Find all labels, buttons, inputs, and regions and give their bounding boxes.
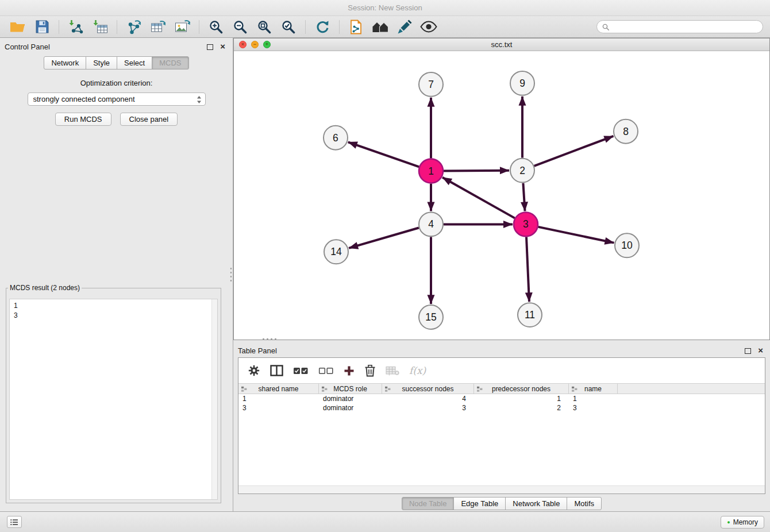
graph-node-9[interactable]: 9 (510, 71, 534, 95)
result-scrollbar[interactable] (211, 299, 217, 499)
graph-node-1[interactable]: 1 (419, 159, 443, 183)
horizontal-splitter-grip[interactable] (261, 337, 278, 341)
table-settings-button[interactable] (248, 364, 260, 377)
graph-edge-1-6[interactable] (348, 142, 419, 167)
memory-label: Memory (733, 518, 758, 526)
table-row[interactable]: 1dominator411 (238, 394, 765, 403)
column-header-filler (618, 384, 765, 394)
task-history-button[interactable] (7, 516, 22, 528)
import-network-button[interactable] (65, 18, 87, 36)
table-rows: 1dominator4113dominator323 (238, 394, 765, 413)
graph-node-8[interactable]: 8 (614, 119, 638, 144)
apply-layout-button[interactable] (311, 18, 333, 36)
show-hide-details-button[interactable] (418, 18, 440, 36)
tab-mcds[interactable]: MCDS (152, 56, 188, 70)
graph-edge-3-1[interactable] (442, 178, 515, 218)
search-input[interactable] (613, 22, 757, 32)
clone-network-button[interactable] (345, 18, 367, 36)
import-table-button[interactable] (89, 18, 111, 36)
graph-node-4[interactable]: 4 (419, 212, 443, 236)
toolbar-separator (59, 20, 59, 34)
zoom-in-button[interactable] (205, 18, 227, 36)
export-image-icon (174, 20, 190, 34)
table-tab-edge-table[interactable]: Edge Table (453, 497, 506, 510)
network-view-window: × − + scc.txt 7968124314101511 (233, 38, 770, 340)
table-tab-network-table[interactable]: Network Table (505, 497, 567, 510)
graph-node-7[interactable]: 7 (419, 72, 443, 97)
float-table-panel-icon[interactable] (745, 348, 751, 354)
zoom-fit-button[interactable] (253, 18, 275, 36)
graph-node-15[interactable]: 15 (419, 305, 443, 329)
graph-edge-2-3[interactable] (523, 183, 525, 211)
table-cell-predecessor-nodes: 1 (474, 394, 569, 403)
open-session-button[interactable] (7, 18, 29, 36)
graph-edge-4-14[interactable] (349, 228, 419, 248)
close-window-icon[interactable]: × (239, 41, 247, 48)
function-builder-button[interactable]: f(x) (409, 365, 426, 376)
column-header-name[interactable]: name (569, 384, 618, 394)
table-horizontal-scrollbar[interactable] (238, 485, 765, 494)
float-panel-icon[interactable] (207, 44, 213, 50)
delete-row-button[interactable] (364, 364, 376, 377)
table-toolbar: f(x) (238, 358, 765, 383)
close-table-panel-icon[interactable]: × (758, 345, 763, 355)
graph-edge-3-11[interactable] (526, 237, 529, 302)
table-cell-mcds-role: dominator (319, 403, 382, 413)
tab-select[interactable]: Select (117, 56, 152, 70)
tab-network[interactable]: Network (44, 56, 86, 70)
search-field[interactable] (596, 20, 763, 33)
first-neighbors-button[interactable] (369, 18, 391, 36)
graph-edge-3-10[interactable] (538, 227, 614, 243)
close-panel-icon[interactable]: × (220, 41, 225, 51)
vertical-splitter-grip[interactable] (229, 267, 233, 283)
graph-node-6[interactable]: 6 (324, 126, 348, 150)
tab-style[interactable]: Style (86, 56, 117, 70)
save-session-button[interactable] (31, 18, 53, 36)
zoom-in-icon (209, 20, 224, 34)
graph-node-10[interactable]: 10 (615, 233, 639, 257)
new-table-button[interactable] (147, 18, 169, 36)
table-tab-motifs[interactable]: Motifs (567, 497, 602, 510)
select-all-button[interactable] (293, 366, 309, 376)
zoom-selected-button[interactable] (278, 18, 299, 36)
show-columns-button[interactable] (270, 365, 283, 376)
optimization-dropdown[interactable]: strongly connected component (28, 92, 206, 106)
table-panel-title: Table Panel (238, 346, 277, 355)
delete-table-button[interactable] (386, 365, 399, 376)
zoom-out-button[interactable] (229, 18, 251, 36)
column-header-predecessor-nodes[interactable]: predecessor nodes (474, 384, 569, 394)
svg-text:4: 4 (428, 218, 434, 230)
new-network-button[interactable] (123, 18, 145, 36)
column-header-successor-nodes[interactable]: successor nodes (382, 384, 474, 394)
table-row[interactable]: 3dominator323 (238, 403, 765, 413)
mcds-result-lines: 13 (10, 299, 217, 322)
network-window-titlebar[interactable]: × − + scc.txt (234, 38, 769, 51)
mcds-result-line: 3 (14, 311, 213, 321)
graph-node-11[interactable]: 11 (518, 303, 542, 327)
column-header-mcds-role[interactable]: MCDS role (319, 384, 382, 394)
graph-node-2[interactable]: 2 (510, 159, 534, 183)
network-graph[interactable]: 7968124314101511 (234, 51, 769, 340)
svg-text:1: 1 (428, 165, 434, 177)
run-mcds-button[interactable]: Run MCDS (55, 113, 111, 126)
network-canvas[interactable]: 7968124314101511 (234, 51, 769, 340)
graph-node-14[interactable]: 14 (324, 240, 348, 264)
table-tab-node-table[interactable]: Node Table (402, 497, 455, 510)
import-network-icon (68, 20, 84, 34)
apply-style-button[interactable] (394, 18, 415, 36)
graph-edge-2-8[interactable] (534, 136, 614, 166)
column-header-shared-name[interactable]: shared name (238, 384, 319, 394)
close-panel-button[interactable]: Close panel (120, 113, 178, 126)
toolbar-separator (339, 20, 340, 34)
minimize-window-icon[interactable]: − (251, 41, 259, 48)
add-row-button[interactable] (344, 365, 355, 376)
maximize-window-icon[interactable]: + (263, 41, 271, 48)
export-image-button[interactable] (171, 18, 193, 36)
new-table-icon (150, 20, 166, 34)
window-titlebar[interactable]: Session: New Session (0, 0, 770, 16)
graph-node-3[interactable]: 3 (514, 212, 538, 236)
memory-button[interactable]: ● Memory (721, 516, 764, 529)
deselect-all-button[interactable] (318, 366, 334, 376)
graph-edge-1-2[interactable] (444, 171, 509, 171)
mcds-result-area[interactable]: 13 (9, 299, 218, 500)
